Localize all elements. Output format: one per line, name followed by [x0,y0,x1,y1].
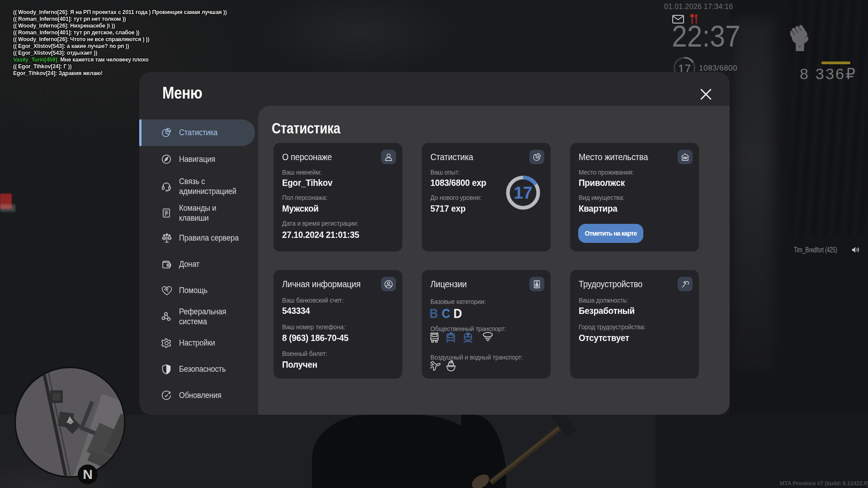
svg-text:17: 17 [514,184,532,202]
